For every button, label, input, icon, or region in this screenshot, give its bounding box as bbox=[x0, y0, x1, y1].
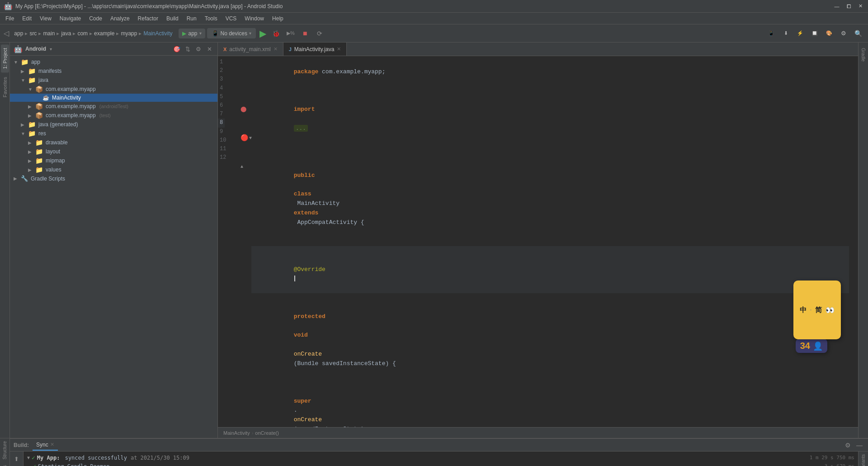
tab-mainactivity-java[interactable]: J MainActivity.java ✕ bbox=[283, 43, 347, 56]
tree-item-package-main[interactable]: ▼ 📦 com.example.myapp bbox=[10, 85, 217, 94]
build-row-root[interactable]: ▼ ✓ My App: synced successfully at 2021/… bbox=[24, 453, 858, 462]
search-button[interactable]: 🔍 bbox=[852, 27, 864, 40]
menu-edit[interactable]: Edit bbox=[19, 14, 35, 23]
tree-item-mainactivity[interactable]: ☕ MainActivity bbox=[10, 94, 217, 102]
tree-item-layout[interactable]: ▶ 📁 layout bbox=[10, 147, 217, 156]
tab-build[interactable]: Sync ✕ bbox=[33, 440, 58, 451]
main-area: 1: Project Favorites 🤖 Android ▾ 🎯 ⇅ ⚙ ✕… bbox=[0, 43, 868, 438]
panel-settings-icon[interactable]: ⚙ bbox=[194, 44, 203, 53]
breadcrumb-item-src[interactable]: src bbox=[29, 30, 37, 37]
code-editor[interactable]: 1 2 3 4 5 6 7 8 9 10 11 12 bbox=[218, 56, 858, 427]
line-number-2: 2 bbox=[218, 67, 225, 75]
fold-close-icon[interactable]: ▲ bbox=[241, 163, 243, 171]
tree-item-gradle-scripts[interactable]: ▶ 🔧 Gradle Scripts bbox=[10, 174, 217, 183]
panel-locate-icon[interactable]: 🎯 bbox=[172, 44, 181, 53]
debug-button[interactable]: 🐞 bbox=[270, 27, 283, 40]
run-button[interactable]: ▶ bbox=[258, 26, 268, 41]
run-config-dropdown[interactable]: ▶ app ▾ bbox=[179, 29, 205, 38]
menu-view[interactable]: View bbox=[36, 14, 55, 23]
code-lines[interactable]: package com.example.myapp; import ... bbox=[251, 58, 858, 425]
breadcrumb-item-mainactivity[interactable]: MainActivity bbox=[143, 30, 172, 37]
gutter-11 bbox=[241, 153, 251, 162]
theme-button[interactable]: 🎨 bbox=[823, 27, 835, 40]
tab-close-mainactivity[interactable]: ✕ bbox=[337, 46, 341, 52]
menu-build[interactable]: Build bbox=[163, 14, 182, 23]
breadcrumb-item-com[interactable]: com bbox=[77, 30, 88, 37]
tab-close-activity-main[interactable]: ✕ bbox=[274, 46, 278, 52]
device-label: No devices bbox=[221, 30, 247, 37]
layout-icon: 📁 bbox=[35, 148, 43, 155]
build-row-daemon[interactable]: ✓ Starting Gradle Daemon 3 s 679 ms bbox=[24, 462, 858, 466]
settings-button[interactable]: ⚙ bbox=[837, 27, 850, 40]
breadcrumb-item-main[interactable]: main bbox=[43, 30, 55, 37]
sidebar-build-variants[interactable]: Build Variants bbox=[860, 452, 867, 466]
build-time-root: 1 m 29 s 750 ms bbox=[810, 455, 854, 461]
sidebar-item-project[interactable]: 1: Project bbox=[1, 44, 9, 72]
tree-item-mipmap[interactable]: ▶ 📁 mipmap bbox=[10, 156, 217, 165]
menu-tools[interactable]: Tools bbox=[201, 14, 221, 23]
ime-simplified-char: 简 bbox=[815, 306, 822, 314]
line-num-1: 1 bbox=[218, 58, 236, 67]
tree-item-values[interactable]: ▶ 📁 values bbox=[10, 165, 217, 174]
breadcrumb-back-icon[interactable]: ◁ bbox=[4, 29, 9, 38]
tree-item-java-generated[interactable]: ▶ 📁 java (generated) bbox=[10, 120, 217, 129]
breadcrumb-oncreate[interactable]: onCreate() bbox=[255, 430, 279, 436]
breadcrumb-mainactivity[interactable]: MainActivity bbox=[223, 430, 250, 436]
tree-item-java[interactable]: ▼ 📁 java bbox=[10, 76, 217, 85]
menu-help[interactable]: Help bbox=[269, 14, 287, 23]
drawable-icon: 📁 bbox=[35, 139, 43, 146]
menu-run[interactable]: Run bbox=[183, 14, 200, 23]
tree-item-package-test[interactable]: ▶ 📦 com.example.myapp (test) bbox=[10, 111, 217, 120]
gutter-4 bbox=[241, 86, 251, 95]
tree-item-app[interactable]: ▼ 📁 app bbox=[10, 57, 217, 67]
panel-expand-icon[interactable]: ⇅ bbox=[183, 44, 192, 53]
close-button[interactable]: ✕ bbox=[856, 2, 864, 10]
panel-dropdown-arrow[interactable]: ▾ bbox=[50, 47, 52, 52]
sidebar-layout-captures[interactable]: Layout Captures bbox=[1, 462, 8, 466]
menu-window[interactable]: Window bbox=[241, 14, 268, 23]
coverage-button[interactable]: ▶% bbox=[284, 27, 297, 40]
gradle-icon: 🔧 bbox=[21, 175, 28, 182]
tree-item-res[interactable]: ▼ 📁 res bbox=[10, 129, 217, 138]
maximize-button[interactable]: ⧠ bbox=[844, 2, 853, 10]
breadcrumb-item-example[interactable]: example bbox=[94, 30, 114, 37]
build-settings-icon[interactable]: ⚙ bbox=[843, 440, 853, 450]
breadcrumb-item-myapp[interactable]: myapp bbox=[121, 30, 137, 37]
gutter-1 bbox=[241, 58, 251, 67]
sync-button[interactable]: ⟳ bbox=[313, 27, 326, 40]
menu-refactor[interactable]: Refactor bbox=[134, 14, 162, 23]
build-scroll-top-btn[interactable]: ⬆ bbox=[11, 453, 22, 464]
menu-file[interactable]: File bbox=[2, 14, 18, 23]
tree-item-drawable[interactable]: ▶ 📁 drawable bbox=[10, 138, 217, 147]
breadcrumb-item-app[interactable]: app bbox=[14, 30, 23, 37]
device-dropdown[interactable]: 📱 No devices ▾ bbox=[207, 28, 256, 38]
breakpoint-icon[interactable]: 🔴 bbox=[241, 133, 248, 143]
menu-vcs[interactable]: VCS bbox=[222, 14, 241, 23]
ime-floating-widget[interactable]: 中 · 简 👀 bbox=[793, 281, 841, 339]
tree-item-package-androidtest[interactable]: ▶ 📦 com.example.myapp (androidTest) bbox=[10, 102, 217, 111]
tab-activity-main-xml[interactable]: X activity_main.xml ✕ bbox=[218, 43, 283, 56]
layout-button[interactable]: 🔲 bbox=[808, 27, 821, 40]
build-minimize-icon[interactable]: — bbox=[854, 440, 864, 450]
sidebar-gradle[interactable]: Gradle bbox=[859, 44, 867, 65]
keyword-super: super bbox=[294, 398, 311, 404]
panel-close-icon[interactable]: ✕ bbox=[205, 44, 214, 53]
package-test-icon: 📦 bbox=[35, 112, 43, 119]
menu-navigate[interactable]: Navigate bbox=[56, 14, 85, 23]
sidebar-structure[interactable]: Structure bbox=[1, 438, 8, 462]
sdk-button[interactable]: ⬇ bbox=[779, 27, 792, 40]
tab-sync-close[interactable]: ✕ bbox=[50, 442, 54, 447]
menu-code[interactable]: Code bbox=[85, 14, 106, 23]
tree-item-manifests[interactable]: ▶ 📁 manifests bbox=[10, 67, 217, 76]
avd-button[interactable]: 📱 bbox=[765, 27, 778, 40]
minimize-button[interactable]: — bbox=[833, 2, 841, 10]
line-num-7: 7 bbox=[218, 110, 236, 119]
breadcrumb-item-java[interactable]: java bbox=[61, 30, 71, 37]
badge-avatar-icon: 👤 bbox=[813, 341, 823, 351]
stop-button[interactable]: ■ bbox=[299, 27, 311, 40]
gutter-12: ▲ bbox=[241, 162, 251, 171]
profile-button[interactable]: ⚡ bbox=[794, 27, 807, 40]
toolbar: ◁ app ▸ src ▸ main ▸ java ▸ com ▸ exampl… bbox=[0, 24, 868, 43]
menu-analyze[interactable]: Analyze bbox=[107, 14, 133, 23]
sidebar-item-favorites[interactable]: Favorites bbox=[1, 73, 9, 101]
